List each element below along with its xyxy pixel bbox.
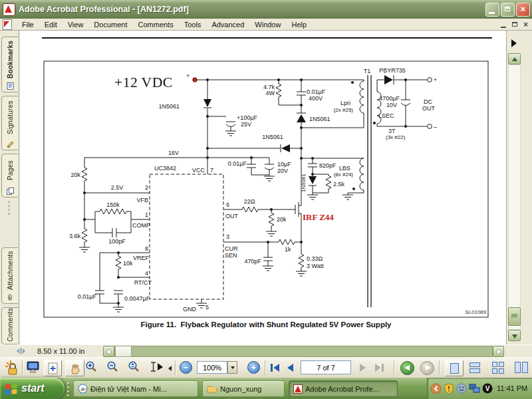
scroll-down-button[interactable] <box>508 330 521 341</box>
input-language-icon[interactable]: V <box>482 383 493 394</box>
tab-comments[interactable]: Comments <box>1 307 18 344</box>
schematic-label: PBYR735 <box>379 67 406 74</box>
menu-comments[interactable]: Comments <box>133 20 179 29</box>
taskbar-item-folder[interactable]: Nguon_xung <box>202 380 285 397</box>
schematic-label: +100µF <box>237 114 257 121</box>
schematic-label: 400V <box>309 95 323 102</box>
continuous-layout-button[interactable] <box>469 362 480 373</box>
acrobat-icon <box>293 384 303 394</box>
scroll-up-button[interactable] <box>508 53 521 65</box>
schematic-label: 6 <box>226 201 229 208</box>
schematic-label: VREF <box>133 255 150 261</box>
menu-advanced[interactable]: Advanced <box>206 20 249 29</box>
dynamic-zoom-tool-icon[interactable] <box>128 360 141 374</box>
menu-file[interactable]: File <box>17 20 39 29</box>
next-page-button[interactable] <box>356 361 368 374</box>
zoom-out-button[interactable]: − <box>180 361 192 374</box>
last-page-button[interactable] <box>372 361 386 374</box>
first-page-button[interactable] <box>269 361 283 374</box>
pdf-document-icon[interactable] <box>3 19 12 30</box>
restore-button[interactable] <box>501 3 515 17</box>
scroll-right-button[interactable] <box>493 346 504 357</box>
hide-icons-chevron-icon[interactable] <box>430 383 442 394</box>
next-view-button[interactable] <box>420 361 434 375</box>
schematic-label: 1k <box>285 246 291 253</box>
schematic-label: +12 VDC <box>114 74 173 90</box>
tab-attachments[interactable]: Attachments <box>1 247 18 304</box>
tab-signatures[interactable]: Signatures <box>1 96 18 150</box>
schematic-label: 150k <box>106 201 120 208</box>
separator <box>394 360 395 375</box>
schematic-label: 16V <box>168 150 179 156</box>
facing-layout-button[interactable] <box>515 362 528 373</box>
schematic-label: LBS <box>339 165 350 172</box>
tool-dropdown-icon[interactable] <box>168 366 172 371</box>
start-button[interactable]: start <box>0 378 65 399</box>
schematic-label: OUT <box>422 105 436 112</box>
hand-tool-button[interactable] <box>65 360 84 376</box>
chevron-left-icon <box>106 349 110 354</box>
tab-pages[interactable]: Pages <box>1 154 18 198</box>
schematic-label: VFB <box>136 197 148 203</box>
taskbar-item-ie[interactable]: e Điện tử Việt Nam - Mi... <box>73 380 198 397</box>
pane-grip[interactable] <box>8 201 10 203</box>
schematic-label: 1 <box>145 211 148 218</box>
network-icon[interactable] <box>469 384 480 394</box>
schematic-label: 22Ω <box>244 198 255 205</box>
zoom-level-field[interactable]: 100% <box>197 361 227 374</box>
select-text-tool-icon[interactable] <box>149 361 166 373</box>
schematic-label: 5 <box>205 304 209 311</box>
schematic-label: VCC <box>192 167 205 174</box>
menu-edit[interactable]: Edit <box>39 20 63 29</box>
doc-minimize-icon[interactable] <box>501 27 506 28</box>
quick-launch-grip[interactable] <box>67 382 69 384</box>
schematic-label: 20k <box>70 172 80 178</box>
schematic-label: 0.0047µF <box>124 295 150 302</box>
fullscreen-monitor-icon[interactable] <box>27 361 40 374</box>
menu-tools[interactable]: Tools <box>179 20 207 29</box>
menu-document[interactable]: Document <box>88 20 132 29</box>
page-number-field[interactable]: 7 of 7 <box>301 360 351 374</box>
schematic-label: 25V <box>241 121 251 128</box>
window-title: Adobe Acrobat Professional - [AN1272.pdf… <box>19 5 484 14</box>
schematic-label: – <box>434 124 437 130</box>
toolbar-overflow-icon[interactable] <box>511 39 517 47</box>
arrow-left-icon <box>404 365 410 370</box>
security-shield-icon[interactable] <box>444 383 454 394</box>
single-page-layout-button[interactable] <box>445 360 464 376</box>
schematic-label: IRF Z44 <box>303 212 334 222</box>
previous-view-button[interactable] <box>400 361 414 375</box>
schematic-label: SEN <box>225 252 237 259</box>
schematic-label: 2.5V <box>111 184 124 191</box>
close-button[interactable]: × <box>516 3 530 17</box>
minimize-button[interactable] <box>485 3 499 17</box>
schematic-label: 1N5061 <box>309 116 331 122</box>
schematic-label: 0.33Ω <box>307 255 323 262</box>
scroll-left-button[interactable] <box>103 346 114 357</box>
zoom-dropdown-button[interactable] <box>227 361 237 374</box>
doc-close-icon[interactable]: × <box>523 21 528 29</box>
menu-window[interactable]: Window <box>249 20 286 29</box>
zoom-in-button[interactable]: + <box>247 361 260 374</box>
menu-view[interactable]: View <box>63 20 89 29</box>
taskbar-item-acrobat[interactable]: Adobe Acrobat Profe... <box>289 380 398 397</box>
schematic-label: 1N5061 <box>262 134 283 140</box>
vertical-scroll-thumb[interactable] <box>508 307 521 326</box>
pane-splitter-icon[interactable] <box>16 347 26 355</box>
zoom-out-tool-icon[interactable] <box>106 360 120 374</box>
previous-page-button[interactable] <box>285 361 297 374</box>
secure-lock-icon[interactable] <box>4 360 20 376</box>
tab-bookmarks[interactable]: Bookmarks <box>1 37 18 92</box>
document-page: +12 VDC+1N50614.7k4W0.01µF400V1N5061+100… <box>20 31 506 344</box>
menu-help[interactable]: Help <box>286 20 312 29</box>
horizontal-scroll-track[interactable] <box>114 346 493 357</box>
document-window-controls: × <box>501 21 528 29</box>
schematic-label: 10µF <box>277 161 291 168</box>
zoom-in-tool-icon[interactable] <box>85 360 98 374</box>
continuous-facing-layout-button[interactable] <box>492 362 507 374</box>
vertical-scroll-track[interactable] <box>508 65 521 330</box>
page-view-button[interactable] <box>44 360 62 376</box>
messenger-smiley-icon[interactable] <box>456 383 467 394</box>
horizontal-scroll-thumb[interactable] <box>115 346 132 357</box>
doc-restore-icon[interactable] <box>512 22 517 27</box>
